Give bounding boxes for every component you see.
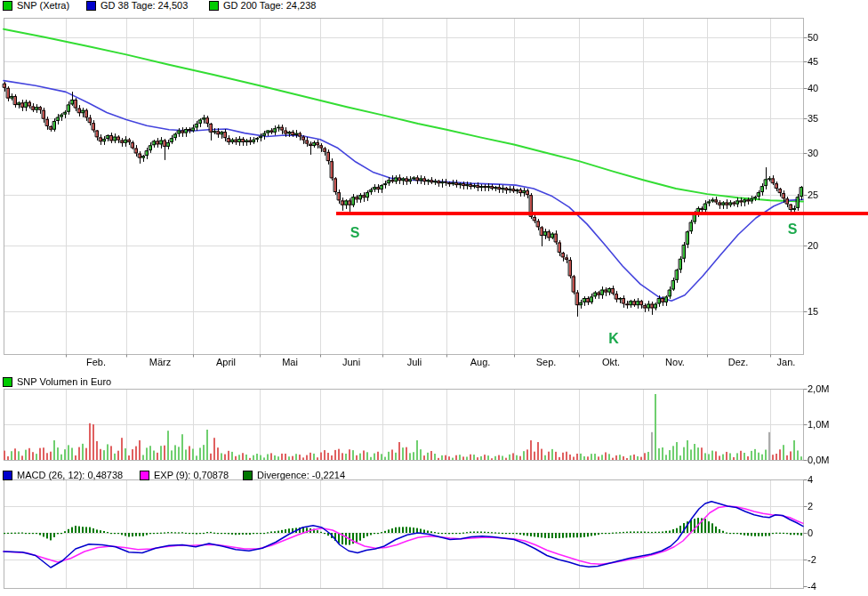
macd-axis-tick-label: 2 [808, 501, 813, 511]
signal-marker-s: S [350, 225, 360, 241]
legend-item: Divergence: -0,2214 [243, 470, 345, 481]
legend-swatch-icon [140, 471, 149, 480]
price-axis-tick-label: 50 [808, 32, 818, 43]
volume-axis-tick-label: 1,0M [808, 419, 829, 430]
macd-axis-tick-label: 0 [808, 528, 813, 538]
price-axis-tick-label: 30 [808, 148, 818, 158]
month-axis-label: Sep. [536, 357, 557, 367]
macd-axis-tick-label: -2 [808, 554, 816, 565]
legend-item: EXP (9): 0,70878 [140, 470, 229, 481]
legend-swatch-icon [243, 471, 253, 480]
month-axis-label: Feb. [86, 357, 106, 367]
volume-axis-tick-label: 0,0M [808, 455, 829, 465]
legend-swatch-icon [3, 377, 12, 387]
legend-item: MACD (26, 12): 0,48738 [3, 470, 123, 481]
signal-marker-s: S [788, 221, 798, 238]
month-axis-label: Juli [407, 357, 422, 367]
price-axis-tick-label: 35 [808, 113, 818, 124]
price-axis-tick-label: 40 [808, 83, 818, 93]
price-axis-tick-label: 20 [808, 240, 818, 251]
chart-canvas [0, 0, 868, 596]
legend-swatch-icon [3, 471, 12, 480]
month-axis-label: März [149, 357, 171, 367]
price-axis-tick-label: 45 [808, 56, 818, 67]
price-axis-tick-label: 25 [808, 189, 818, 200]
legend-label: EXP (9): 0,70878 [154, 470, 229, 481]
month-axis-label: Dez. [728, 357, 749, 367]
month-axis-label: Juni [342, 357, 360, 367]
legend-item: SNP Volumen in Euro [3, 376, 111, 388]
month-axis-label: April [216, 357, 236, 367]
month-axis-label: Mai [282, 357, 298, 367]
month-axis-label: Aug. [470, 357, 491, 367]
legend-label: Divergence: -0,2214 [257, 470, 345, 481]
volume-legend: SNP Volumen in Euro [0, 376, 868, 388]
stock-chart-page: SNP (Xetra)GD 38 Tage: 24,503GD 200 Tage… [0, 0, 868, 596]
macd-axis-tick-label: -4 [808, 581, 816, 592]
legend-label: SNP Volumen in Euro [17, 376, 111, 388]
macd-legend: MACD (26, 12): 0,48738EXP (9): 0,70878Di… [0, 470, 868, 481]
month-axis-label: Jan. [777, 357, 796, 367]
legend-label: MACD (26, 12): 0,48738 [17, 470, 123, 481]
signal-marker-k: K [608, 331, 619, 347]
month-axis-label: Nov. [665, 357, 685, 367]
price-axis-tick-label: 15 [808, 306, 818, 317]
month-axis-label: Okt. [602, 357, 620, 367]
